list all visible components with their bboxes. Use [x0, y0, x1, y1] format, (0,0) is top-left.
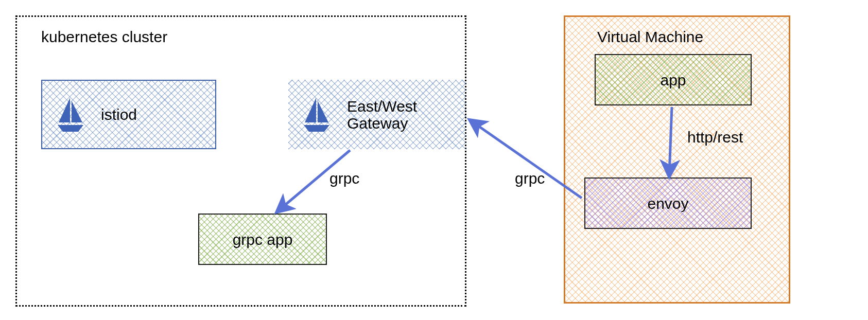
edge-envoy-to-ewgw-label: grpc: [515, 170, 545, 187]
node-ewgw-label-line1: East/West: [347, 98, 417, 115]
node-envoy-label: envoy: [641, 195, 695, 212]
node-ewgw-label-line2: Gateway: [347, 115, 408, 132]
node-envoy: envoy: [584, 177, 752, 229]
node-grpc-app: grpc app: [198, 214, 327, 265]
diagram-stage: kubernetes cluster Virtual Machine istio…: [0, 0, 868, 320]
edge-app-to-envoy-label: http/rest: [687, 129, 743, 146]
container-vm-label: Virtual Machine: [597, 28, 703, 46]
node-istiod: istiod: [41, 80, 216, 149]
node-ewgw-label: East/West Gateway: [341, 98, 423, 132]
node-eastwest-gateway: East/West Gateway: [288, 80, 466, 149]
istio-sail-icon: [301, 97, 332, 133]
node-grpc-app-label: grpc app: [227, 231, 299, 248]
istio-sail-icon: [55, 97, 85, 133]
node-app: app: [595, 54, 752, 105]
container-k8s-label: kubernetes cluster: [41, 28, 167, 46]
node-istiod-label: istiod: [95, 106, 143, 123]
edge-ewgw-to-grpcapp-label: grpc: [329, 170, 359, 187]
node-app-label: app: [654, 72, 692, 88]
